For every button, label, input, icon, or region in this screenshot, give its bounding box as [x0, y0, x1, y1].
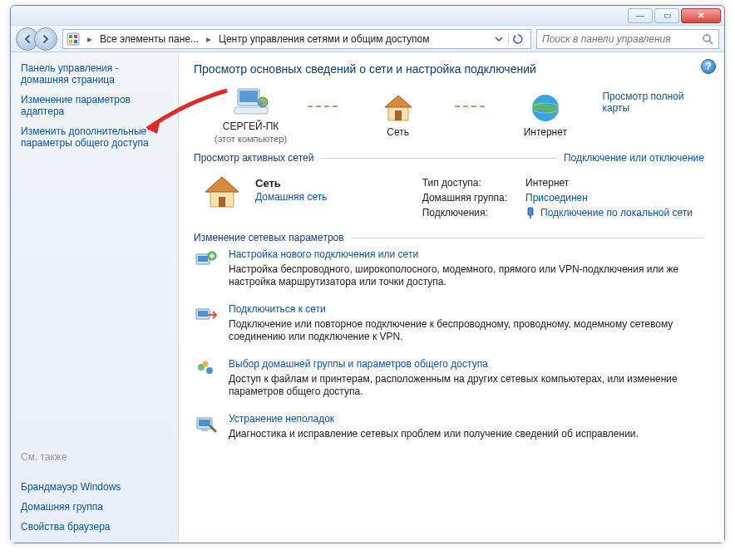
action-troubleshoot: Устранение неполадок Диагностика и испра…	[194, 413, 704, 440]
change-settings-legend: Изменение сетевых параметров	[194, 232, 344, 243]
minimize-button[interactable]: —	[628, 8, 653, 23]
svg-rect-9	[234, 107, 268, 114]
see-also-heading: См. также	[21, 446, 168, 463]
action-troubleshoot-link[interactable]: Устранение неполадок	[229, 413, 639, 425]
sidebar-link-homegroup[interactable]: Домашняя группа	[21, 501, 168, 513]
action-new-connection-link[interactable]: Настройка нового подключения или сети	[229, 248, 704, 260]
active-networks-legend: Просмотр активных сетей	[194, 152, 313, 164]
control-panel-icon	[67, 32, 80, 46]
homegroup-link[interactable]: Присоединен	[525, 192, 588, 204]
sidebar-home[interactable]: Панель управления - домашняя страница	[21, 62, 168, 86]
access-type-key: Тип доступа:	[422, 177, 507, 189]
nav-buttons	[16, 27, 57, 51]
action-homegroup-sharing-link[interactable]: Выбор домашней группы и параметров общег…	[229, 358, 704, 370]
svg-rect-3	[69, 40, 72, 43]
breadcrumb-network-center[interactable]: Центр управления сетями и общим доступом	[219, 33, 430, 45]
change-settings-section: Изменение сетевых параметров Настройка н…	[194, 232, 704, 440]
connections-key: Подключения:	[422, 207, 507, 219]
sidebar-link-advanced-sharing[interactable]: Изменить дополнительные параметры общего…	[21, 125, 168, 149]
action-connect-network-desc: Подключение или повторное подключение к …	[229, 318, 704, 343]
internet-label: Интернет	[524, 126, 567, 138]
house-icon	[200, 172, 244, 212]
close-button[interactable]: ✕	[681, 8, 721, 23]
homegroup-key: Домашняя группа:	[422, 192, 507, 204]
breadcrumb[interactable]: ▸ Все элементы пане... ▸ Центр управлени…	[62, 29, 531, 49]
network-label: Сеть	[387, 126, 409, 138]
action-troubleshoot-desc: Диагностика и исправление сетевых пробле…	[229, 428, 639, 440]
ethernet-icon	[525, 207, 535, 219]
svg-point-25	[203, 361, 209, 367]
search-icon	[702, 33, 713, 45]
house-icon	[378, 91, 418, 125]
network-name: Сеть	[255, 177, 327, 189]
svg-rect-12	[395, 111, 402, 120]
connect-disconnect-link[interactable]: Подключение или отключение	[564, 152, 704, 164]
sidebar-link-browser-properties[interactable]: Свойства браузера	[21, 521, 168, 533]
svg-point-11	[258, 101, 263, 106]
sidebar: Панель управления - домашняя страница Из…	[11, 52, 179, 543]
content: ? Просмотр основных сведений о сети и на…	[179, 52, 724, 543]
map-this-pc: СЕРГЕЙ-ПК (этот компьютер)	[194, 86, 308, 144]
svg-rect-2	[74, 35, 77, 38]
troubleshoot-icon	[194, 413, 219, 436]
active-networks-section: Просмотр активных сетей Подключение или …	[194, 152, 704, 224]
map-connector	[308, 106, 341, 107]
chevron-right-icon: ▸	[85, 33, 95, 45]
sidebar-link-adapter-settings[interactable]: Изменение параметров адаптера	[21, 94, 168, 117]
pc-name-label: СЕРГЕЙ-ПК	[223, 120, 279, 132]
computer-icon	[231, 86, 271, 119]
connect-network-icon	[194, 303, 219, 327]
actions-list: Настройка нового подключения или сети На…	[194, 248, 704, 440]
homegroup-icon	[194, 358, 219, 381]
view-full-map-link[interactable]: Просмотр полной карты	[602, 86, 704, 114]
map-internet: Интернет	[488, 91, 602, 138]
svg-rect-28	[201, 429, 208, 431]
action-new-connection-desc: Настройка беспроводного, широкополосного…	[229, 263, 704, 288]
svg-rect-16	[528, 208, 533, 215]
svg-point-24	[206, 367, 213, 374]
access-type-value: Интернет	[525, 177, 693, 189]
help-icon[interactable]: ?	[701, 59, 716, 74]
action-homegroup-sharing-desc: Доступ к файлам и принтерам, расположенн…	[229, 373, 704, 398]
network-map: СЕРГЕЙ-ПК (этот компьютер) Сеть	[194, 86, 704, 144]
titlebar: — ▭ ✕	[11, 6, 724, 26]
svg-rect-27	[199, 420, 210, 426]
breadcrumb-all-items[interactable]: Все элементы пане...	[100, 33, 199, 45]
svg-rect-4	[74, 40, 77, 43]
refresh-button[interactable]	[508, 33, 527, 45]
pc-sub-label: (этот компьютер)	[215, 134, 287, 144]
svg-rect-19	[198, 256, 208, 262]
window: — ▭ ✕ ▸ Все элементы пане... ▸ Центр упр…	[10, 5, 725, 543]
action-new-connection: Настройка нового подключения или сети На…	[194, 248, 704, 288]
globe-icon	[525, 91, 565, 125]
search-box[interactable]	[536, 29, 719, 49]
forward-button[interactable]	[34, 27, 57, 51]
page-title: Просмотр основных сведений о сети и наст…	[194, 62, 704, 76]
action-connect-network: Подключиться к сети Подключение или повт…	[194, 303, 704, 343]
maximize-button[interactable]: ▭	[654, 8, 679, 23]
sidebar-link-firewall[interactable]: Брандмауэр Windows	[21, 481, 168, 493]
svg-rect-8	[239, 91, 258, 102]
action-homegroup-sharing: Выбор домашней группы и параметров общег…	[194, 358, 704, 398]
svg-point-5	[703, 35, 710, 42]
lan-connection-link[interactable]: Подключение по локальной сети	[540, 207, 693, 219]
network-item: Сеть Домашняя сеть Тип доступа: Интернет…	[194, 169, 704, 224]
svg-rect-22	[198, 311, 208, 317]
svg-rect-15	[219, 197, 225, 207]
new-connection-icon	[194, 248, 219, 272]
search-input[interactable]	[542, 33, 697, 45]
svg-rect-1	[69, 35, 72, 38]
map-connector	[455, 106, 488, 107]
address-dropdown[interactable]	[495, 35, 503, 43]
svg-line-6	[709, 41, 713, 44]
action-connect-network-link[interactable]: Подключиться к сети	[229, 303, 704, 315]
toolbar: ▸ Все элементы пане... ▸ Центр управлени…	[11, 26, 724, 52]
chevron-right-icon: ▸	[204, 33, 214, 45]
body: Панель управления - домашняя страница Из…	[11, 52, 724, 543]
network-type-link[interactable]: Домашняя сеть	[255, 191, 327, 203]
network-details: Тип доступа: Интернет Домашняя группа: П…	[422, 172, 701, 219]
map-network: Сеть	[341, 91, 455, 138]
